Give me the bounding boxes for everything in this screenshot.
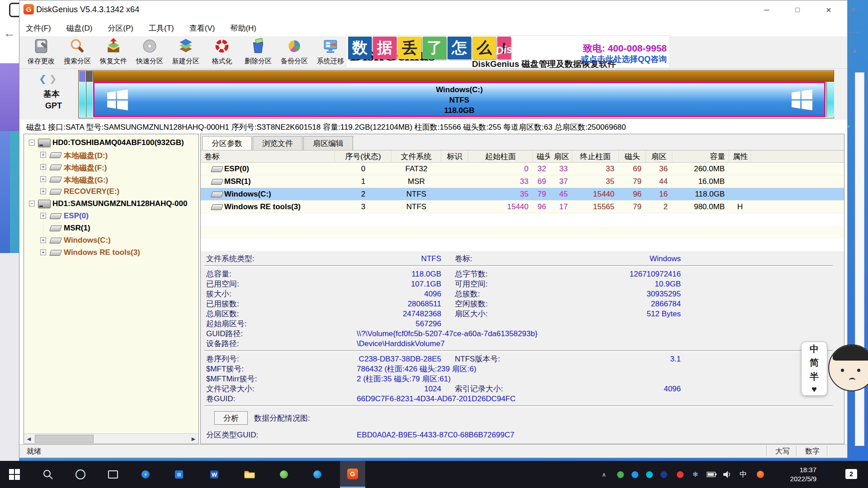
analyze-button[interactable]: 分析 xyxy=(214,411,248,425)
start-button[interactable] xyxy=(2,461,27,488)
task-view-button[interactable] xyxy=(100,461,126,488)
partition-block-windows-c[interactable]: Windows(C:) NTFS 118.0GB xyxy=(93,82,826,117)
tray-flame-icon[interactable] xyxy=(754,468,767,481)
partition-block-esp[interactable] xyxy=(79,71,85,117)
ime-widget[interactable]: 中简半♥ xyxy=(801,342,827,396)
next-disk-icon[interactable]: ❯ xyxy=(49,74,60,84)
data-allocation-label: 数据分配情况图: xyxy=(254,413,310,423)
scroll-left-icon[interactable]: ◀ xyxy=(24,434,34,444)
toolbar-button-quick-partition[interactable]: 快速分区 xyxy=(132,38,168,67)
tree-item-msr-1-[interactable]: MSR(1) xyxy=(64,224,90,233)
column-header-1[interactable]: 序号(状态) xyxy=(335,150,392,163)
tray-blue-app-icon[interactable] xyxy=(628,468,641,481)
toolbar-button-search-partition[interactable]: 搜索分区 xyxy=(59,38,95,67)
column-header-6[interactable]: 扇区 xyxy=(550,150,572,163)
toolbar-button-delete-partition[interactable]: 删除分区 xyxy=(240,38,276,67)
ime-widget-item-1[interactable]: 简 xyxy=(810,357,819,369)
tab-扇区编辑[interactable]: 扇区编辑 xyxy=(303,136,353,150)
scroll-up-icon[interactable]: ▲ xyxy=(852,47,858,54)
menu-item-5[interactable]: 帮助(H) xyxy=(230,23,256,33)
menu-item-3[interactable]: 工具(T) xyxy=(149,23,174,33)
toolbar-button-backup-partition[interactable]: 备份分区 xyxy=(276,38,312,67)
partition-block-msr[interactable] xyxy=(86,71,93,117)
toolbar-button-recover-files[interactable]: 恢复文件 xyxy=(95,38,132,67)
ad-banner[interactable]: DiskGenius 数据丢了怎么! DiskGenius DiskGenius… xyxy=(346,35,670,68)
tree-expand-collapse-icon[interactable]: − xyxy=(29,140,35,145)
toolbar-button-format[interactable]: 格式化 xyxy=(204,38,240,67)
ime-widget-item-3[interactable]: ♥ xyxy=(811,384,817,394)
pinned-app-word[interactable]: W xyxy=(202,461,227,488)
tray-red-app-icon[interactable] xyxy=(674,468,686,481)
tray-snowflake-icon[interactable]: ❄ xyxy=(689,468,702,481)
file-explorer-button[interactable] xyxy=(237,461,262,488)
toolbar-button-new-partition[interactable]: 新建分区 xyxy=(168,38,204,67)
column-header-10[interactable]: 容量 xyxy=(672,150,729,163)
table-row-msr-1-[interactable]: MSR(1)1MSR33693735794416.0MB xyxy=(201,175,844,188)
banner-qq-link[interactable]: 或点击此处选择QQ咨询 xyxy=(581,54,667,65)
column-header-4[interactable]: 起始柱面 xyxy=(468,150,533,163)
tab-分区参数[interactable]: 分区参数 xyxy=(202,136,252,150)
cortana-button[interactable] xyxy=(68,461,93,488)
menu-item-0[interactable]: 文件(F) xyxy=(26,23,51,33)
pinned-app-store[interactable]: ⊞ xyxy=(166,461,192,488)
column-header-3[interactable]: 标识 xyxy=(441,150,468,163)
back-arrow-icon[interactable]: ← xyxy=(4,26,15,40)
ime-widget-item-2[interactable]: 半 xyxy=(810,371,819,383)
tree-expand-collapse-icon[interactable]: − xyxy=(29,201,35,206)
column-header-0[interactable]: 卷标 xyxy=(201,150,335,163)
notification-center-icon[interactable]: 2 xyxy=(845,469,857,479)
more-options-icon[interactable]: ⋯ xyxy=(849,26,859,38)
disk-nav-arrows[interactable]: ❮❯ xyxy=(39,73,60,84)
tray-expand-icon[interactable]: ∧ xyxy=(598,468,610,481)
menu-item-1[interactable]: 磁盘(D) xyxy=(66,23,93,33)
tree-item--d-[interactable]: 本地磁盘(D:) xyxy=(64,150,108,161)
pinned-app-browser-green[interactable] xyxy=(271,461,297,488)
column-header-7[interactable]: 终止柱面 xyxy=(572,150,619,163)
column-header-8[interactable]: 磁头 xyxy=(619,150,646,163)
scroll-right-icon[interactable]: ▶ xyxy=(189,434,198,444)
maximize-button[interactable]: □ xyxy=(784,0,811,20)
background-close-icon[interactable]: ✕ xyxy=(850,5,856,14)
menu-item-2[interactable]: 分区(P) xyxy=(108,23,133,33)
tray-teal-app-icon[interactable] xyxy=(643,468,656,481)
tray-green-app-icon[interactable] xyxy=(614,468,627,481)
partition-block-re-tools[interactable] xyxy=(826,82,834,117)
volume-icon[interactable] xyxy=(722,468,734,481)
details-label: 总字节数: xyxy=(455,269,488,279)
tree-horizontal-scrollbar[interactable]: ◀ ▶ xyxy=(24,433,198,444)
table-empty-row xyxy=(201,239,844,251)
tree-item-windows-re-tools-3-[interactable]: Windows RE tools(3) xyxy=(64,248,140,257)
tab-浏览文件[interactable]: 浏览文件 xyxy=(253,136,302,150)
toolbar-button-save[interactable]: 保存更改 xyxy=(23,38,59,67)
table-row-windows-c-[interactable]: Windows(C:)2NTFS357945154409616118.0GB xyxy=(201,188,844,201)
ime-widget-item-0[interactable]: 中 xyxy=(810,343,819,355)
pinned-app-flash[interactable]: ⚡ xyxy=(133,461,158,488)
table-row-esp-0-[interactable]: ESP(0)0FAT3203233336936260.0MB xyxy=(201,163,844,175)
column-header-5[interactable]: 磁头 xyxy=(533,150,550,163)
tree-item--f-[interactable]: 本地磁盘(F:) xyxy=(64,163,107,173)
tray-qq-icon[interactable] xyxy=(657,468,670,481)
battery-icon[interactable] xyxy=(705,468,718,481)
ime-language-icon[interactable]: 中 xyxy=(737,468,750,481)
column-header-11[interactable]: 属性 xyxy=(729,150,751,163)
menu-item-4[interactable]: 查看(V) xyxy=(189,23,215,33)
tree-item-hd0-toshibamq04abf100-932gb-[interactable]: HD0:TOSHIBAMQ04ABF100(932GB) xyxy=(52,138,184,147)
scrollbar-thumb[interactable] xyxy=(35,435,94,443)
tree-item-hd1-samsungmznln128hahq-000[interactable]: HD1:SAMSUNGMZNLN128HAHQ-000 xyxy=(52,199,188,208)
prev-disk-icon[interactable]: ❮ xyxy=(39,74,49,84)
toolbar-button-system-migration[interactable]: 系统迁移 xyxy=(312,38,349,67)
tree-item-recovery-e-[interactable]: RECOVERY(E:) xyxy=(64,187,119,196)
close-button[interactable]: ✕ xyxy=(816,0,842,20)
minimize-button[interactable]: ─ xyxy=(754,0,780,20)
tree-item--g-[interactable]: 本地磁盘(G:) xyxy=(64,175,108,185)
column-header-2[interactable]: 文件系统 xyxy=(392,150,441,163)
table-row-windows-re-tools-3-[interactable]: Windows RE tools(3)3NTFS1544096171556579… xyxy=(201,201,844,213)
tree-item-esp-0-[interactable]: ESP(0) xyxy=(64,211,89,221)
taskbar-diskgenius-button[interactable]: G xyxy=(340,461,365,488)
clock[interactable]: 18:37 2022/5/9 xyxy=(790,465,816,483)
column-header-9[interactable]: 扇区 xyxy=(646,150,672,163)
tree-item-windows-c-[interactable]: Windows(C:) xyxy=(64,236,111,245)
taskbar-search-button[interactable] xyxy=(35,461,61,488)
row-cell: 45 xyxy=(550,188,572,201)
pinned-app-edge[interactable] xyxy=(305,461,330,488)
